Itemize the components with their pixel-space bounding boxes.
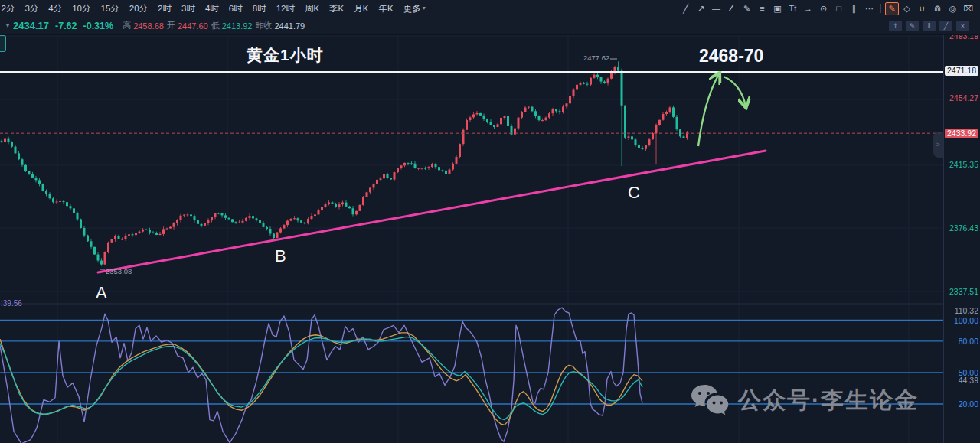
axis-label-20.00: 20.00 xyxy=(959,399,978,409)
indicator-value-label: :39.56 xyxy=(1,299,22,308)
timeframe-button-周K[interactable]: 周K xyxy=(299,0,324,17)
high-value: 2458.68 xyxy=(133,21,164,31)
peak-price-label: 2477.62 xyxy=(583,54,609,62)
more-tools-icon[interactable]: ⋯ xyxy=(862,2,877,15)
prev-close-label: 昨收 xyxy=(255,20,272,31)
timeframe-button-4分[interactable]: 4分 xyxy=(44,0,67,17)
last-price: 2434.17 xyxy=(13,20,49,31)
axis-label-80.00: 80.00 xyxy=(959,337,978,347)
timeframe-button-4时[interactable]: 4时 xyxy=(200,0,224,17)
axis-label-2433.92: 2433.92 xyxy=(945,129,978,138)
timeframe-list: 2分3分4分10分15分20分2时3时4时6时8时12时周K季K月K年K xyxy=(0,0,398,17)
quote-bar: ▾ 2434.17 -7.62 -0.31% 高 2458.68 开 2447.… xyxy=(0,17,980,35)
delete-icon[interactable]: ⌧ xyxy=(961,2,975,15)
high-label: 高 xyxy=(122,20,131,31)
price-change-percent: -0.31% xyxy=(83,21,114,31)
timeframe-button-12时[interactable]: 12时 xyxy=(271,0,299,17)
timeframe-button-月K[interactable]: 月K xyxy=(349,0,374,17)
low-value: 2413.92 xyxy=(222,21,253,31)
brush-icon[interactable]: ✎ xyxy=(740,2,754,15)
pane-close-icon[interactable]: × xyxy=(956,21,969,31)
timeframe-button-10分[interactable]: 10分 xyxy=(67,0,96,17)
draw-mode-icon[interactable]: ✎ xyxy=(885,2,899,15)
lock-icon[interactable]: ⋒ xyxy=(930,2,945,15)
axis-drawer-chevron-icon[interactable]: > xyxy=(933,132,943,158)
rectangle-icon[interactable]: □ xyxy=(831,2,846,15)
axis-label-2471.18: 2471.18 xyxy=(945,66,978,76)
timeframe-button-8时[interactable]: 8时 xyxy=(247,0,271,17)
watermark: 公众号·李生论金 xyxy=(689,383,919,417)
eraser-icon[interactable]: ◇ xyxy=(900,2,914,15)
wave-point-a-label[interactable]: A xyxy=(96,283,107,303)
pane-maximize-icon[interactable]: ↥ xyxy=(889,21,902,31)
ray-icon[interactable]: ↗ xyxy=(694,2,708,15)
drawing-toolbar: ╱↗―∠✎≡▣Tt→⊙□∥⋯✎◇∪⋒◎⌧ xyxy=(678,2,975,15)
timeframe-more-button[interactable]: 更多 ▾ xyxy=(398,0,430,17)
quote-caret-icon[interactable]: ▾ xyxy=(6,22,9,29)
parallel-channel-icon[interactable]: ∥ xyxy=(847,2,861,15)
collapsed-panel-handle[interactable] xyxy=(0,35,6,52)
arrow-marker-icon[interactable]: → xyxy=(801,2,815,15)
fib-retracement-icon[interactable]: ≡ xyxy=(755,2,769,15)
pane-edit-icon[interactable]: ✎ xyxy=(906,21,919,31)
open-label: 开 xyxy=(167,20,175,31)
axis-label-44.39: 44.39 xyxy=(959,376,978,386)
text-icon[interactable]: Tt xyxy=(786,2,800,15)
trading-app-window: 2分3分4分10分15分20分2时3时4时6时8时12时周K季K月K年K 更多 … xyxy=(0,0,980,443)
axis-label-2454.27: 2454.27 xyxy=(949,93,978,103)
timeframe-button-3时[interactable]: 3时 xyxy=(177,0,201,17)
magnet-icon[interactable]: ∪ xyxy=(915,2,929,15)
timeframe-toolbar: 2分3分4分10分15分20分2时3时4时6时8时12时周K季K月K年K 更多 … xyxy=(0,0,980,18)
pane-line-tool-icon[interactable]: ╱ xyxy=(939,21,952,31)
wave-point-b-label[interactable]: B xyxy=(275,246,286,266)
axis-label-2337.51: 2337.51 xyxy=(949,287,978,297)
visibility-icon[interactable]: ◎ xyxy=(946,2,960,15)
toolbar-divider xyxy=(880,4,881,13)
swing-low-price-label: 2353.08 xyxy=(106,267,132,275)
wave-point-c-label[interactable]: C xyxy=(628,183,640,203)
chevron-down-icon: ▾ xyxy=(423,0,426,17)
wechat-icon xyxy=(689,383,729,417)
low-label: 低 xyxy=(211,20,220,31)
timeframe-button-6时[interactable]: 6时 xyxy=(224,0,247,17)
axis-label-100.00: 100.00 xyxy=(954,316,978,326)
pane-indicators-icon[interactable]: ‖ xyxy=(923,21,936,31)
prev-close-value: 2441.79 xyxy=(274,21,305,31)
timeframe-button-20分[interactable]: 20分 xyxy=(124,0,152,17)
axis-label-110.32: 110.32 xyxy=(955,306,978,316)
polyline-icon[interactable]: ∠ xyxy=(724,2,739,15)
timeframe-button-2分[interactable]: 2分 xyxy=(0,0,20,17)
axis-label-2376.43: 2376.43 xyxy=(949,223,978,233)
pane-button-group: ↥✎‖╱× xyxy=(889,21,969,31)
horizontal-line-icon[interactable]: ― xyxy=(709,2,724,15)
timeframe-button-3分[interactable]: 3分 xyxy=(20,0,44,17)
open-value: 2447.60 xyxy=(178,21,208,31)
more-label: 更多 xyxy=(403,0,421,17)
circle-icon[interactable]: ⊙ xyxy=(816,2,831,15)
price-axis[interactable]: 2493.192471.182454.272433.922415.352376.… xyxy=(943,34,980,443)
watermark-text: 公众号·李生论金 xyxy=(738,385,919,416)
timeframe-button-季K[interactable]: 季K xyxy=(325,0,349,17)
target-zone-label[interactable]: 2468-70 xyxy=(699,46,763,67)
axis-label-2415.35: 2415.35 xyxy=(949,160,978,170)
candlestick-chart-canvas[interactable] xyxy=(0,0,943,443)
timeframe-button-年K[interactable]: 年K xyxy=(374,0,398,17)
price-change: -7.62 xyxy=(55,21,77,31)
timeframe-button-15分[interactable]: 15分 xyxy=(96,0,124,17)
chart-title-drawing[interactable]: 黄金1小时 xyxy=(247,44,324,66)
trend-line-icon[interactable]: ╱ xyxy=(678,2,693,15)
image-icon[interactable]: ▣ xyxy=(770,2,785,15)
timeframe-button-2时[interactable]: 2时 xyxy=(153,0,177,17)
